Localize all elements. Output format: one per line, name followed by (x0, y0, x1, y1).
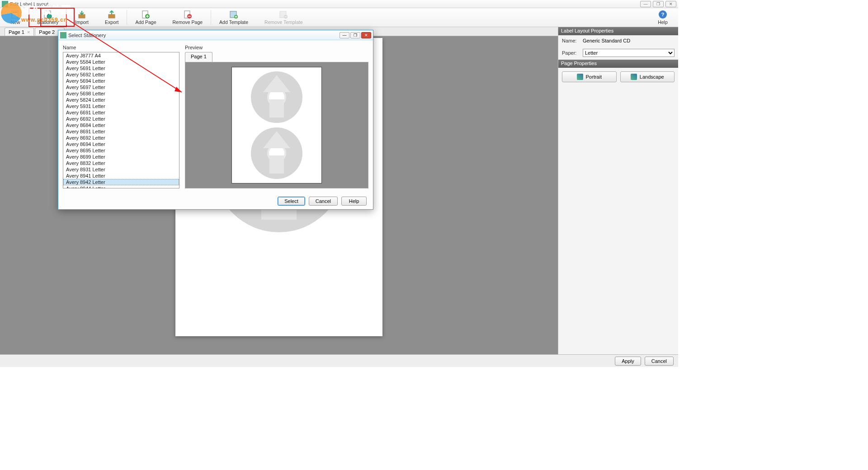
close-button[interactable]: ✕ (665, 1, 676, 7)
add-page-icon (140, 10, 151, 19)
svg-rect-1 (13, 12, 17, 13)
name-column-header: Name (63, 45, 179, 50)
portrait-icon (577, 74, 583, 80)
list-item[interactable]: Avery 8832 Letter (63, 160, 179, 166)
stationery-listbox[interactable]: Avery J8777 A4Avery 5584 LetterAvery 569… (63, 52, 179, 188)
export-button[interactable]: Export (97, 8, 127, 27)
export-icon (106, 10, 117, 19)
landscape-button[interactable]: Landscape (620, 71, 675, 82)
svg-rect-5 (108, 14, 115, 18)
remove-template-button: Remove Template (256, 8, 311, 27)
list-item[interactable]: Avery 5697 Letter (63, 84, 179, 90)
list-item[interactable]: Avery 8944 Letter (63, 185, 179, 188)
svg-text:?: ? (661, 12, 665, 17)
list-item[interactable]: Avery 5691 Letter (63, 65, 179, 71)
list-item[interactable]: Avery 5824 Letter (63, 97, 179, 103)
svg-point-3 (47, 14, 52, 19)
maximize-button[interactable]: ❐ (653, 1, 664, 7)
list-item[interactable]: Avery 8695 Letter (63, 147, 179, 154)
help-icon: ? (657, 10, 668, 19)
select-stationery-dialog: Select Stationery — ❐ ✕ Name Avery J8777… (58, 30, 373, 210)
add-template-button[interactable]: Add Template (211, 8, 256, 27)
list-item[interactable]: Avery 5692 Letter (63, 71, 179, 78)
import-icon (76, 10, 87, 19)
preview-column-header: Preview (185, 45, 368, 50)
preview-cd-2 (251, 127, 302, 179)
dialog-title: Select Stationery (68, 33, 106, 38)
list-item[interactable]: Avery 8691 Letter (63, 128, 179, 135)
list-item[interactable]: Avery 8694 Letter (63, 141, 179, 147)
cancel-button[interactable]: Cancel (645, 357, 674, 366)
new-icon (10, 10, 21, 19)
list-item[interactable]: Avery 8942 Letter (63, 179, 179, 185)
landscape-icon (631, 74, 637, 80)
dialog-cancel-button[interactable]: Cancel (309, 197, 338, 206)
window-controls: — ❐ ✕ (640, 1, 676, 7)
panel-header-page: Page Properties (558, 60, 678, 68)
list-item[interactable]: Avery 8699 Letter (63, 154, 179, 160)
properties-panel: Label Layout Properties Name: Generic St… (558, 27, 678, 354)
add-template-icon (228, 10, 239, 19)
help-button[interactable]: ? Help (649, 8, 676, 27)
app-icon (2, 1, 8, 7)
dialog-minimize-button[interactable]: — (340, 32, 349, 38)
portrait-button[interactable]: Portrait (562, 71, 617, 82)
tab-close-icon[interactable]: × (27, 29, 30, 35)
list-item[interactable]: Avery 8941 Letter (63, 173, 179, 179)
dialog-help-button[interactable]: Help (341, 197, 367, 206)
new-button[interactable]: New (2, 8, 29, 27)
dialog-maximize-button[interactable]: ❐ (350, 32, 360, 38)
dialog-select-button[interactable]: Select (278, 197, 305, 206)
main-toolbar: New Stationery Import Export Add Page Re… (0, 8, 678, 27)
name-value: Generic Standard CD (583, 38, 630, 43)
stationery-icon (42, 10, 53, 19)
dialog-close-button[interactable]: ✕ (361, 32, 371, 38)
import-button[interactable]: Import (67, 8, 97, 27)
remove-template-icon (278, 10, 289, 19)
preview-tab-page-1[interactable]: Page 1 (185, 52, 212, 62)
add-page-button[interactable]: Add Page (127, 8, 164, 27)
stationery-button[interactable]: Stationery (29, 8, 66, 27)
panel-header-layout: Label Layout Properties (558, 27, 678, 35)
paper-label: Paper: (562, 50, 580, 56)
list-item[interactable]: Avery 8692 Letter (63, 135, 179, 141)
dialog-icon (60, 32, 66, 38)
window-title: Edit Label Layout (10, 1, 48, 7)
remove-page-icon (182, 10, 193, 19)
preview-page (231, 67, 322, 183)
remove-page-button[interactable]: Remove Page (165, 8, 211, 27)
paper-select[interactable]: Letter (583, 49, 675, 57)
preview-area (185, 62, 368, 188)
apply-button[interactable]: Apply (615, 357, 641, 366)
bottom-bar: Apply Cancel (0, 354, 678, 367)
list-item[interactable]: Avery 5931 Letter (63, 103, 179, 109)
list-item[interactable]: Avery 5698 Letter (63, 90, 179, 97)
tab-page-1[interactable]: Page 1× (5, 28, 34, 36)
minimize-button[interactable]: — (640, 1, 651, 7)
list-item[interactable]: Avery 8684 Letter (63, 122, 179, 128)
list-item[interactable]: Avery 6692 Letter (63, 116, 179, 122)
window-titlebar: Edit Label Layout — ❐ ✕ (0, 0, 678, 8)
dialog-titlebar[interactable]: Select Stationery — ❐ ✕ (58, 30, 373, 40)
list-item[interactable]: Avery 6691 Letter (63, 109, 179, 116)
list-item[interactable]: Avery 5694 Letter (63, 78, 179, 84)
preview-cd-1 (251, 71, 302, 123)
list-item[interactable]: Avery 8931 Letter (63, 166, 179, 173)
name-label: Name: (562, 38, 580, 43)
list-item[interactable]: Avery 5584 Letter (63, 59, 179, 65)
list-item[interactable]: Avery J8777 A4 (63, 52, 179, 59)
